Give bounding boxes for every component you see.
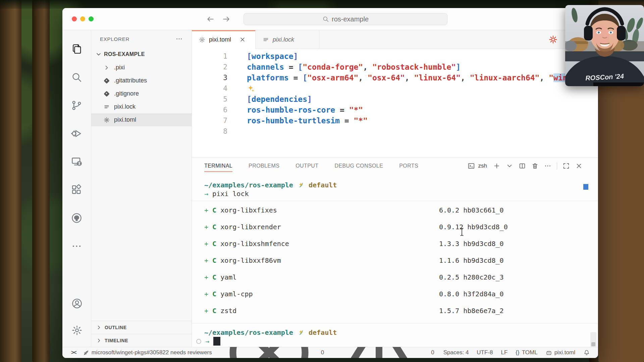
tree-trunk: [0, 0, 21, 362]
sidebar-item-pixi[interactable]: .pixi: [91, 61, 192, 74]
minimize-window-button[interactable]: [80, 16, 85, 21]
close-icon[interactable]: [575, 162, 583, 170]
activity-bar-item-extensions[interactable]: [62, 176, 91, 204]
activity-bar: [62, 30, 91, 347]
forward-icon[interactable]: [222, 15, 231, 23]
ellipsis-icon: [71, 241, 82, 252]
maximize-icon[interactable]: [562, 162, 570, 170]
activity-bar-item-accounts[interactable]: [62, 290, 91, 317]
code-token: workspace: [252, 52, 293, 61]
panel-tab-output[interactable]: OUTPUT: [296, 158, 318, 174]
line-content: [workspace]: [242, 51, 298, 62]
sidebar-item-gitattributes[interactable]: .gitattributes: [91, 74, 192, 87]
line-number: 4: [192, 83, 242, 94]
chevron-right-icon: [96, 338, 102, 344]
close-window-button[interactable]: [72, 16, 77, 21]
back-icon[interactable]: [206, 15, 215, 23]
package-name-cell: + C xorg-libxfixes: [204, 206, 439, 215]
code-token: ]: [293, 52, 298, 61]
bell-icon[interactable]: [583, 349, 590, 356]
views-more-actions-icon[interactable]: [175, 35, 183, 43]
package-kind: C: [212, 223, 216, 231]
chevron-right-icon: [96, 324, 102, 330]
terminal-icon[interactable]: [468, 162, 475, 170]
braces-icon: {}: [516, 349, 519, 356]
terminal[interactable]: ~/examples/ros-example default → pixi lo…: [192, 174, 598, 347]
indentation-status[interactable]: Spaces: 4: [443, 349, 469, 356]
explorer-sidebar: EXPLORER ROS-EXAMPLE .pixi.gitattributes…: [91, 30, 192, 347]
sidebar-item-pixilock[interactable]: pixi.lock: [91, 100, 192, 113]
code-token: =: [284, 63, 298, 71]
ellipsis-icon[interactable]: [544, 162, 551, 170]
activity-bar-item-source-control[interactable]: [62, 91, 91, 119]
code-token: ": [549, 73, 553, 82]
activity-bar-item-github[interactable]: [62, 204, 91, 232]
prompt-path: ~/examples/ros-example: [204, 181, 293, 189]
chevron-down-icon[interactable]: [506, 162, 513, 170]
search-value: ros-example: [332, 15, 369, 23]
code-token: [: [298, 63, 303, 71]
git-file-icon: [103, 90, 110, 97]
code-editor[interactable]: 1[workspace]2channels = ["conda-forge", …: [192, 49, 598, 158]
package-kind: C: [212, 307, 216, 315]
code-token: ,: [539, 73, 549, 82]
package-name: xorg-libxxf86vm: [216, 256, 281, 264]
gear-icon: [71, 325, 83, 336]
eol-status[interactable]: LF: [501, 349, 508, 356]
panel-tab-terminal[interactable]: TERMINAL: [204, 158, 232, 174]
code-token: [: [303, 73, 307, 82]
chevron-right-icon: [103, 64, 110, 71]
remote-indicator[interactable]: ><: [71, 350, 76, 356]
tab-close-icon[interactable]: [239, 36, 246, 43]
terminal-scrollbar-thumb[interactable]: [591, 342, 595, 346]
red-starburst-icon[interactable]: [548, 35, 558, 44]
activity-bar-item-explorer[interactable]: [62, 35, 91, 63]
extensions-icon: [71, 184, 82, 195]
code-token: "robostack-humble": [372, 63, 456, 71]
activity-bar-item-run-debug[interactable]: [62, 119, 91, 147]
package-kind: C: [212, 240, 216, 248]
activity-bar-item-settings[interactable]: [62, 317, 91, 344]
editor-tab-pixitoml[interactable]: pixi.toml: [192, 30, 256, 49]
github-pr-status[interactable]: microsoft/winget-pkgs#305822 needs revie…: [83, 349, 212, 356]
language-mode-status[interactable]: {}TOML: [516, 349, 537, 356]
sidebar-section-outline[interactable]: OUTLINE: [91, 321, 192, 334]
sidebar-item-gitignore[interactable]: .gitignore: [91, 87, 192, 100]
list-lines-icon: [103, 104, 110, 110]
panel-tab-debug-console[interactable]: DEBUG CONSOLE: [334, 158, 383, 174]
activity-bar-item-more[interactable]: [62, 232, 91, 260]
code-token: ,: [363, 63, 372, 71]
activity-bar-item-remote-explorer[interactable]: [62, 147, 91, 176]
code-token: [247, 84, 255, 93]
activity-bar-item-search[interactable]: [62, 63, 91, 91]
section-label: TIMELINE: [105, 338, 128, 343]
split-icon[interactable]: [519, 162, 526, 170]
forest-canopy: [0, 0, 644, 9]
error-count: 0: [321, 349, 324, 356]
code-token: channels: [247, 63, 284, 71]
panel-tab-ports[interactable]: PORTS: [399, 158, 418, 174]
status-bar: >< microsoft/winget-pkgs#305822 needs re…: [62, 347, 598, 358]
trash-icon[interactable]: [531, 162, 539, 170]
sidebar-title: EXPLORER: [100, 36, 129, 42]
tree-trunk: [32, 0, 50, 362]
package-name-cell: + C xorg-libxrender: [204, 223, 439, 231]
encoding-status[interactable]: UTF-8: [477, 349, 493, 356]
package-kind: C: [212, 256, 216, 264]
pixi-extension-status[interactable]: pixi.toml: [546, 349, 575, 356]
code-token: =: [340, 116, 354, 125]
sidebar-item-pixitoml[interactable]: pixi.toml: [91, 113, 192, 126]
sidebar-section-timeline[interactable]: TIMELINE: [91, 334, 192, 347]
plus-icon[interactable]: [493, 162, 500, 170]
panel-tab-problems[interactable]: PROBLEMS: [249, 158, 279, 174]
package-version: 0.8.0 h3f2d84a_0: [439, 290, 504, 298]
line-number: 6: [192, 105, 242, 115]
prompt-env: default: [309, 181, 337, 189]
sidebar-item-root-folder[interactable]: ROS-EXAMPLE: [91, 48, 192, 61]
command-separator: [192, 201, 598, 201]
editor-tab-pixilock[interactable]: pixi.lock: [256, 30, 319, 49]
files-icon: [71, 44, 82, 55]
command-center-search[interactable]: ros-example: [244, 13, 447, 25]
line-content: ros-humble-turtlesim = "*": [242, 115, 368, 126]
zoom-window-button[interactable]: [89, 16, 94, 21]
